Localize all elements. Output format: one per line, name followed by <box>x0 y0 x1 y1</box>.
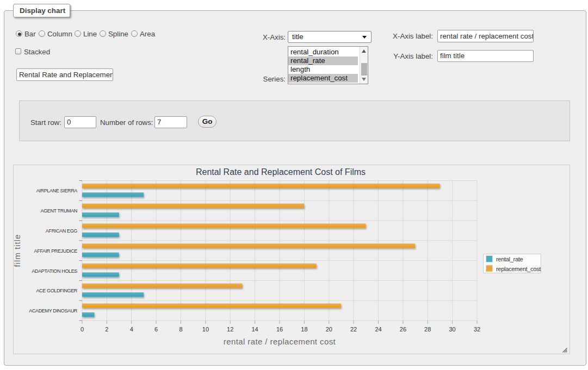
svg-text:28: 28 <box>424 326 431 333</box>
svg-text:14: 14 <box>251 326 258 333</box>
svg-text:film title: film title <box>14 234 22 267</box>
svg-text:ACE GOLDFINGER: ACE GOLDFINGER <box>36 288 77 293</box>
svg-text:18: 18 <box>301 326 307 333</box>
svg-text:24: 24 <box>375 326 381 333</box>
svg-text:rental rate / replacement cost: rental rate / replacement cost <box>224 337 336 346</box>
svg-text:ACADEMY DINOSAUR: ACADEMY DINOSAUR <box>29 308 78 313</box>
svg-text:rental_rate: rental_rate <box>496 256 523 262</box>
svg-text:Rental Rate and Replacement Co: Rental Rate and Replacement Cost of Film… <box>196 167 366 177</box>
svg-text:4: 4 <box>130 326 133 333</box>
svg-text:2: 2 <box>105 326 108 333</box>
svg-text:ADAPTATION HOLES: ADAPTATION HOLES <box>32 268 77 274</box>
svg-text:22: 22 <box>350 326 357 333</box>
svg-text:6: 6 <box>154 326 158 333</box>
svg-text:10: 10 <box>202 326 209 333</box>
svg-text:AFFAIR PREJUDICE: AFFAIR PREJUDICE <box>34 248 78 254</box>
svg-text:8: 8 <box>179 326 182 333</box>
svg-text:AIRPLANE SIERRA: AIRPLANE SIERRA <box>36 188 78 193</box>
svg-text:16: 16 <box>276 326 283 333</box>
svg-text:AFRICAN EGG: AFRICAN EGG <box>46 228 78 234</box>
svg-text:AGENT TRUMAN: AGENT TRUMAN <box>41 208 77 214</box>
svg-text:30: 30 <box>449 326 455 333</box>
svg-text:0: 0 <box>81 326 84 333</box>
svg-text:12: 12 <box>227 326 233 333</box>
svg-text:20: 20 <box>326 326 332 333</box>
svg-text:32: 32 <box>474 326 480 333</box>
svg-text:replacement_cost: replacement_cost <box>496 266 541 272</box>
svg-text:26: 26 <box>400 326 406 333</box>
